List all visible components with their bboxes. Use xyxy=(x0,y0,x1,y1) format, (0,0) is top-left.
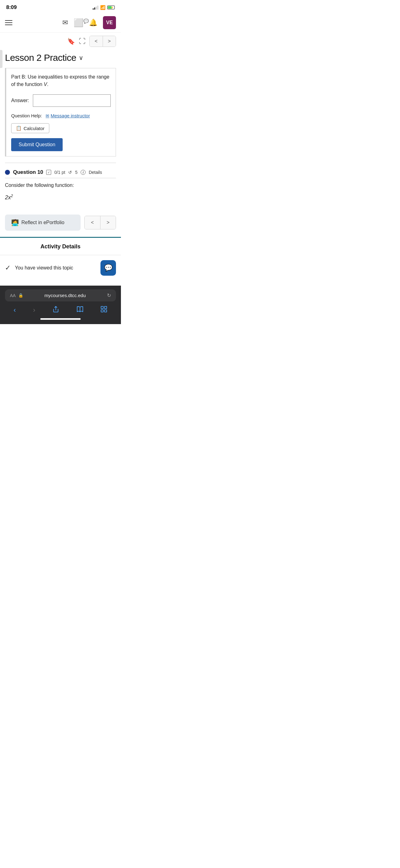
reflect-eportfolio-button[interactable]: 🧑‍💻 Reflect in ePortfolio xyxy=(5,215,80,231)
nav-icons: ✉ ⬜💬 🔔 VE xyxy=(62,16,116,29)
question-10-section: Question 10 ✓ 0/1 pt ↺ 5 i Details Consi… xyxy=(5,169,116,203)
expand-icon[interactable]: ⛶ xyxy=(79,37,86,45)
bottom-toolbar: 🧑‍💻 Reflect in ePortfolio < > xyxy=(0,211,121,235)
svg-rect-3 xyxy=(101,310,103,312)
retry-count: 5 xyxy=(75,170,77,175)
info-icon: i xyxy=(80,170,86,175)
status-bar: 8:09 📶 ⚡ xyxy=(0,0,121,13)
title-dropdown-icon[interactable]: ∨ xyxy=(79,54,84,61)
calculator-row: 📋 Calculator xyxy=(11,123,111,133)
lock-icon: 🔒 xyxy=(18,293,23,298)
page-title-row: Lesson 2 Practice ∨ xyxy=(0,50,121,68)
svg-rect-4 xyxy=(104,310,107,312)
wifi-icon: 📶 xyxy=(100,5,105,10)
reload-button[interactable]: ↻ xyxy=(107,292,111,298)
browser-back-button[interactable]: ‹ xyxy=(14,306,16,314)
answer-label: Answer: xyxy=(11,98,29,103)
status-time: 8:09 xyxy=(6,4,17,10)
browser-bar: AA 🔒 mycourses.dtcc.edu ↻ ‹ › xyxy=(0,286,121,324)
details-link[interactable]: Details xyxy=(89,170,102,175)
home-indicator xyxy=(40,318,80,320)
browser-forward-button[interactable]: › xyxy=(33,306,35,314)
svg-rect-1 xyxy=(101,306,103,309)
mail-icon[interactable]: ✉ xyxy=(62,19,68,27)
chat-icon[interactable]: ⬜💬 xyxy=(73,18,84,28)
reflect-icon: 🧑‍💻 xyxy=(11,219,19,226)
nav-bar: ✉ ⬜💬 🔔 VE xyxy=(0,13,121,33)
consider-text: Consider the following function: xyxy=(5,183,116,188)
bookmark-icon[interactable]: 🔖 xyxy=(67,37,75,45)
answer-row: Answer: xyxy=(11,94,111,107)
toolbar-nav-arrows: < > xyxy=(89,36,116,47)
url-bar: AA 🔒 mycourses.dtcc.edu ↻ xyxy=(5,289,116,302)
activity-item: ✓ You have viewed this topic 💬 xyxy=(0,255,121,281)
browser-nav: ‹ › xyxy=(5,302,116,317)
browser-bookmarks-button[interactable] xyxy=(76,306,84,314)
section-divider xyxy=(5,163,116,163)
question-score: 0/1 pt xyxy=(54,170,65,175)
bottom-prev-arrow-button[interactable]: < xyxy=(85,216,100,229)
question-10-header: Question 10 ✓ 0/1 pt ↺ 5 i Details xyxy=(5,169,116,176)
question-10-title: Question 10 xyxy=(13,169,43,176)
chat-button[interactable]: 💬 xyxy=(100,260,116,276)
bell-icon[interactable]: 🔔 xyxy=(89,19,97,27)
q10-divider xyxy=(5,178,116,178)
bottom-nav-arrows: < > xyxy=(84,216,116,229)
user-avatar[interactable]: VE xyxy=(103,16,116,29)
question-meta: ✓ 0/1 pt ↺ 5 i Details xyxy=(46,170,102,175)
toolbar: 🔖 ⛶ < > xyxy=(0,33,121,50)
activity-details-section: Activity Details ✓ You have viewed this … xyxy=(0,237,121,281)
message-instructor-link[interactable]: ✉ Message instructor xyxy=(45,113,90,118)
activity-item-text: You have viewed this topic xyxy=(15,265,96,271)
signal-bars-icon xyxy=(93,5,98,10)
hamburger-menu[interactable] xyxy=(5,20,12,25)
next-arrow-button[interactable]: > xyxy=(103,36,116,46)
page-title: Lesson 2 Practice xyxy=(5,53,76,63)
battery-icon: ⚡ xyxy=(107,6,115,9)
prev-arrow-button[interactable]: < xyxy=(90,36,103,46)
retry-icon: ↺ xyxy=(68,170,72,175)
part-b-box: Part B: Use inequalities to express the … xyxy=(5,68,116,156)
status-icons: 📶 ⚡ xyxy=(93,5,115,10)
question-help-label: Question Help: xyxy=(11,113,42,118)
check-icon: ✓ xyxy=(5,264,10,272)
submit-question-button[interactable]: Submit Question xyxy=(11,138,63,151)
question-help-row: Question Help: ✉ Message instructor xyxy=(11,113,111,118)
part-b-text: Part B: Use inequalities to express the … xyxy=(11,73,111,88)
browser-tabs-button[interactable] xyxy=(100,306,107,314)
chat-button-icon: 💬 xyxy=(104,264,112,272)
question-dot xyxy=(5,170,10,175)
answer-input[interactable] xyxy=(33,94,111,107)
content-area: Part B: Use inequalities to express the … xyxy=(0,68,121,203)
calculator-button[interactable]: 📋 Calculator xyxy=(11,123,49,133)
activity-details-header: Activity Details xyxy=(0,238,121,255)
url-text[interactable]: mycourses.dtcc.edu xyxy=(26,293,104,298)
calculator-icon: 📋 xyxy=(16,125,22,131)
svg-rect-2 xyxy=(104,306,107,309)
checkbox-icon: ✓ xyxy=(46,170,51,175)
side-tab xyxy=(0,50,2,68)
envelope-icon: ✉ xyxy=(45,113,49,118)
text-size-button[interactable]: AA xyxy=(10,293,16,298)
bottom-next-arrow-button[interactable]: > xyxy=(100,216,116,229)
math-expression: 2x2 xyxy=(5,191,116,203)
browser-share-button[interactable] xyxy=(53,306,59,314)
